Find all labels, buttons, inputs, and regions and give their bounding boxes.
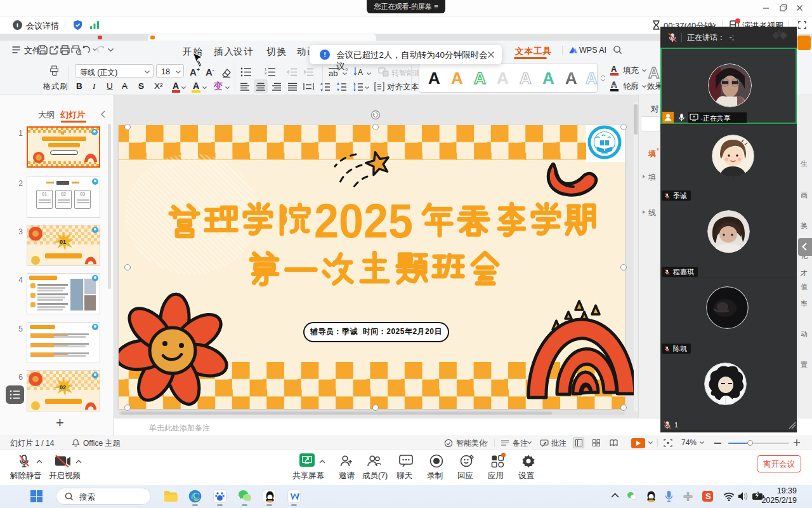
svg-text:2: 2 [265,71,267,75]
svg-text:01: 01 [60,239,66,245]
svg-text:02: 02 [60,384,66,391]
svg-text:2025: 2025 [314,194,413,248]
